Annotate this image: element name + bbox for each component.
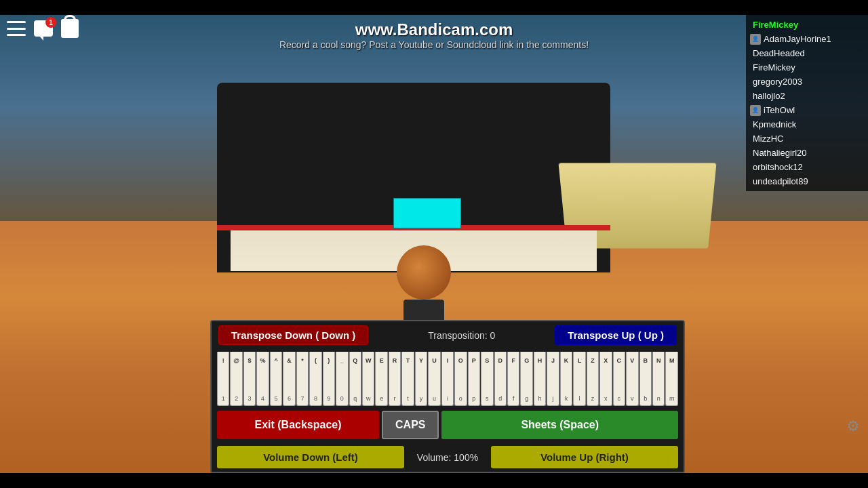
bottom-bar [0, 473, 868, 488]
bag-icon[interactable] [61, 19, 79, 38]
key-label-bottom: w [366, 395, 371, 402]
key-label-bottom: 9 [327, 395, 330, 402]
white-key[interactable]: S s [481, 352, 493, 406]
player-item[interactable]: Kpmednick [746, 117, 868, 131]
white-key[interactable]: C c [613, 352, 625, 406]
white-key[interactable]: T t [401, 352, 414, 406]
player-item[interactable]: hallojlo2 [746, 89, 868, 103]
white-key[interactable]: Y y [415, 352, 427, 406]
key-label-bottom: f [513, 395, 515, 402]
player-item[interactable]: FireMickey [746, 60, 868, 75]
key-label-bottom: c [618, 395, 621, 402]
white-key[interactable]: B b [639, 352, 652, 406]
exit-button[interactable]: Exit (Backspace) [217, 411, 379, 439]
chat-icon-wrap[interactable]: 1 [34, 20, 53, 37]
key-label-bottom: d [498, 395, 502, 402]
white-key[interactable]: ( 8 [309, 352, 321, 406]
volume-down-button[interactable]: Volume Down (Left) [217, 446, 404, 468]
white-key[interactable]: @ 2 [230, 352, 242, 406]
white-key[interactable]: ^ 5 [270, 352, 282, 406]
white-key[interactable]: J j [547, 352, 559, 406]
white-key[interactable]: % 4 [256, 352, 269, 406]
white-key[interactable]: E e [375, 352, 387, 406]
key-label-bottom: n [657, 395, 660, 402]
game-viewport: www.Bandicam.com Record a cool song? Pos… [0, 0, 868, 488]
player-item[interactable]: DeadHeaded [746, 46, 868, 60]
menu-icon[interactable] [7, 21, 26, 36]
player-item[interactable]: 👤 iTehOwl [746, 103, 868, 117]
player-item[interactable]: undeadpilot89 [746, 174, 868, 188]
key-label-bottom: y [420, 395, 423, 402]
key-label-top: J [551, 357, 555, 364]
player-item[interactable]: 👤 AdamJayHorine1 [746, 32, 868, 46]
volume-up-button[interactable]: Volume Up (Right) [491, 446, 678, 468]
white-key[interactable]: $ 3 [243, 352, 256, 406]
white-key[interactable]: I i [441, 352, 454, 406]
volume-row: Volume Down (Left) Volume: 100% Volume U… [212, 443, 684, 472]
transpose-down-button[interactable]: Transpose Down ( Down ) [218, 325, 368, 345]
white-key[interactable]: Q q [349, 352, 361, 406]
key-label-top: & [287, 357, 292, 364]
white-key[interactable]: O o [454, 352, 467, 406]
key-label-bottom: 6 [288, 395, 291, 402]
key-label-top: X [604, 357, 608, 364]
transpose-up-button[interactable]: Transpose Up ( Up ) [555, 325, 677, 345]
caps-button[interactable]: CAPS [382, 411, 439, 439]
key-label-top: % [260, 357, 266, 364]
key-label-bottom: 4 [261, 395, 264, 402]
sheets-button[interactable]: Sheets (Space) [441, 411, 678, 439]
player-item[interactable]: MizzHC [746, 131, 868, 146]
white-key[interactable]: F f [507, 352, 519, 406]
player-icon: 👤 [750, 34, 761, 45]
key-label-bottom: b [644, 395, 647, 402]
white-key[interactable]: ! 1 [217, 352, 229, 406]
transpose-row: Transpose Down ( Down ) Transposition: 0… [212, 321, 684, 349]
key-label-bottom: h [538, 395, 542, 402]
white-key[interactable]: G g [520, 352, 532, 406]
white-key[interactable]: N n [652, 352, 665, 406]
key-label-top: ! [222, 357, 224, 364]
white-key[interactable]: H h [534, 352, 546, 406]
key-label-bottom: i [447, 395, 448, 402]
gear-icon-wrap[interactable]: ⚙ [846, 418, 863, 434]
key-label-bottom: g [525, 395, 528, 402]
volume-label: Volume: 100% [407, 452, 488, 463]
key-label-top: D [498, 357, 502, 364]
key-label-bottom: e [380, 395, 383, 402]
white-key[interactable]: ) 9 [323, 352, 335, 406]
key-label-top: B [643, 357, 648, 364]
piano-screen [393, 198, 461, 228]
key-label-bottom: 3 [248, 395, 252, 402]
white-key[interactable]: U u [428, 352, 440, 406]
white-key[interactable]: M m [665, 352, 677, 406]
key-label-bottom: o [459, 395, 462, 402]
white-key[interactable]: P p [468, 352, 480, 406]
key-label-top: E [380, 357, 384, 364]
player-item[interactable]: Nathaliegirl20 [746, 146, 868, 160]
key-label-bottom: 2 [235, 395, 238, 402]
white-key[interactable]: Z z [587, 352, 599, 406]
key-label-top: _ [340, 357, 344, 364]
white-key[interactable]: W w [362, 352, 374, 406]
key-label-top: H [538, 357, 542, 364]
key-label-top: U [432, 357, 437, 364]
key-label-bottom: x [604, 395, 608, 402]
white-key[interactable]: L l [573, 352, 585, 406]
white-key[interactable]: R r [389, 352, 401, 406]
player-item[interactable]: gregory2003 [746, 75, 868, 89]
key-label-top: Z [591, 357, 595, 364]
white-key[interactable]: D d [494, 352, 507, 406]
current-username: FireMickey [746, 18, 868, 32]
white-key[interactable]: * 7 [296, 352, 309, 406]
player-item[interactable]: orbitshock12 [746, 160, 868, 174]
white-key[interactable]: X x [599, 352, 612, 406]
key-label-bottom: r [394, 395, 396, 402]
white-key[interactable]: & 6 [283, 352, 295, 406]
key-label-bottom: l [578, 395, 580, 402]
key-label-top: W [366, 357, 372, 364]
key-label-bottom: 8 [314, 395, 317, 402]
white-key[interactable]: K k [560, 352, 572, 406]
white-key[interactable]: _ 0 [336, 352, 348, 406]
white-key[interactable]: V v [626, 352, 638, 406]
key-label-top: T [406, 357, 410, 364]
